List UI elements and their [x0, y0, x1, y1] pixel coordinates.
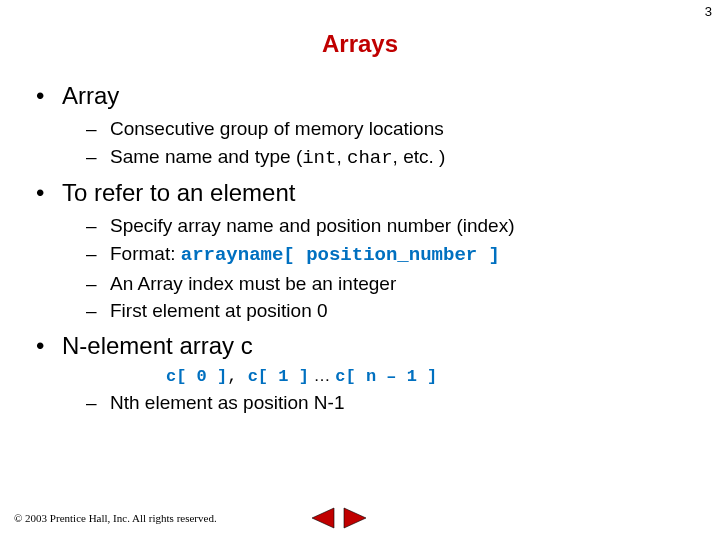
heading-text: Array — [62, 82, 119, 110]
bullet-refer: • To refer to an element — [36, 179, 700, 207]
sub-item: – Consecutive group of memory locations — [86, 116, 700, 142]
sub-item: – First element at position 0 — [86, 298, 700, 324]
next-icon[interactable] — [342, 506, 370, 530]
nav-controls — [308, 506, 370, 530]
code-example: c[ 0 ], c[ 1 ] … c[ n – 1 ] — [166, 366, 700, 386]
sub-item: – Specify array name and position number… — [86, 213, 700, 239]
prev-icon[interactable] — [308, 506, 336, 530]
slide-title: Arrays — [0, 30, 720, 58]
bullet-n-element: • N-element array c — [36, 332, 700, 360]
bullet-array: • Array — [36, 82, 700, 110]
sub-item: – Format: arrayname[ position_number ] — [86, 241, 700, 269]
svg-marker-0 — [312, 508, 334, 528]
copyright-footer: © 2003 Prentice Hall, Inc. All rights re… — [14, 512, 217, 524]
page-number: 3 — [705, 4, 712, 19]
svg-marker-1 — [344, 508, 366, 528]
heading-text: N-element array c — [62, 332, 253, 360]
sub-item: – Same name and type (int, char, etc. ) — [86, 144, 700, 172]
sub-item: – An Array index must be an integer — [86, 271, 700, 297]
sub-item: – Nth element as position N-1 — [86, 390, 700, 416]
heading-text: To refer to an element — [62, 179, 295, 207]
slide-content: • Array – Consecutive group of memory lo… — [0, 82, 720, 415]
